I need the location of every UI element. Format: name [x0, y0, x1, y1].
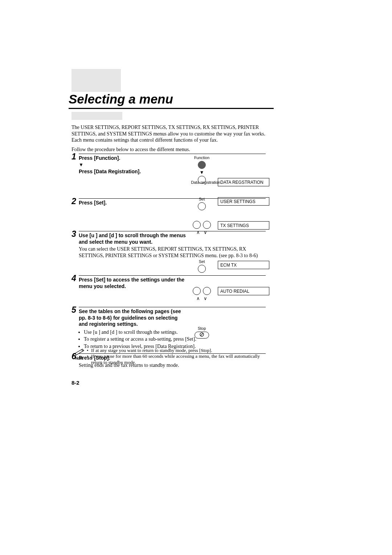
- step-rule: [79, 154, 266, 154]
- intro-text: The USER SETTINGS, REPORT SETTINGS, TX S…: [72, 124, 269, 155]
- step-body: Press [Function]. ▼ Press [Data Registra…: [79, 153, 266, 175]
- step-bullets: Use [u ] and [d ] to scroll through the …: [79, 329, 266, 350]
- display-box: USER SETTINGS: [218, 197, 269, 206]
- function-button-icon: [198, 161, 206, 169]
- page-number: 8-2: [72, 380, 79, 386]
- note-item: •If you pause for more than 60 seconds w…: [87, 353, 268, 365]
- step-rule: [79, 231, 266, 231]
- step-5: 5 See the tables on the following pages …: [72, 306, 266, 346]
- scroll-buttons-diagram-2: ∧ ∨: [188, 287, 216, 301]
- set-button-diagram-2: Set: [191, 259, 213, 273]
- title-rule: [69, 108, 274, 109]
- display-box: ECM TX: [218, 261, 269, 269]
- step-number: 5: [72, 306, 79, 314]
- stop-button-diagram: Stop: [191, 326, 213, 339]
- scroll-buttons-diagram: ∧ ∨: [188, 221, 216, 235]
- down-arrow-icon: ▼: [79, 162, 266, 167]
- step-title: Press [Set].: [79, 200, 188, 206]
- intro-paragraph-2: Follow the procedure below to access the…: [72, 146, 269, 153]
- pencil-note-icon: [73, 348, 85, 356]
- note-item: •If at any stage you want to return to s…: [87, 348, 268, 353]
- data-registration-button-label: Data registration: [182, 180, 220, 185]
- step-number: 3: [72, 230, 79, 238]
- set-button-label: Set: [191, 197, 213, 201]
- set-button-label: Set: [191, 259, 213, 264]
- step-rule: [79, 307, 266, 307]
- step-title: Press [Set] to access the settings under…: [79, 277, 188, 289]
- note-block: Note •If at any stage you want to return…: [72, 348, 268, 365]
- scroll-up-button-icon: [193, 221, 201, 229]
- step-bullet: To register a setting or access a sub-se…: [84, 336, 266, 343]
- set-button-icon: [198, 265, 206, 273]
- note-item-text: If at any stage you want to return to st…: [91, 348, 212, 353]
- subheader-gray-block: [72, 112, 122, 120]
- scroll-arrows-icon: ∧ ∨: [188, 230, 216, 235]
- step-body: Use [u ] and [d ] to scroll through the …: [79, 230, 266, 259]
- stop-symbol-icon: [199, 332, 204, 337]
- svg-line-1: [201, 333, 203, 336]
- step-title: Press [Function].: [79, 155, 188, 162]
- page: Selecting a menu The USER SETTINGS, REPO…: [0, 0, 392, 555]
- step-title: Use [u ] and [d ] to scroll through the …: [79, 232, 188, 245]
- step-title-2: Press [Data Registration].: [79, 169, 188, 175]
- step-rule: [79, 275, 266, 276]
- stop-button-label: Stop: [191, 326, 213, 331]
- function-button-label: Function: [191, 155, 213, 160]
- step-number: 2: [72, 197, 79, 206]
- step-number: 1: [72, 153, 79, 161]
- page-title: Selecting a menu: [69, 92, 282, 106]
- step-bullet: Use [u ] and [d ] to scroll through the …: [84, 329, 266, 336]
- data-registration-label-group: Data registration: [182, 178, 220, 186]
- stop-button-icon: [195, 332, 209, 339]
- step-number: 4: [72, 274, 79, 283]
- svg-marker-2: [74, 349, 84, 356]
- display-box: DATA REGSTRATION: [218, 178, 269, 186]
- down-arrow-icon: ▼: [191, 170, 213, 175]
- set-button-diagram: Set: [191, 197, 213, 210]
- display-box: AUTO REDIAL: [218, 287, 269, 295]
- step-title: See the tables on the following pages (s…: [79, 308, 188, 328]
- svg-line-3: [82, 350, 83, 351]
- display-box: TX SETTINGS: [218, 221, 269, 230]
- intro-paragraph-1: The USER SETTINGS, REPORT SETTINGS, TX S…: [72, 124, 269, 143]
- header-gray-block: [72, 69, 121, 92]
- note-icon: Note: [72, 348, 87, 365]
- set-button-icon: [198, 202, 206, 210]
- note-item-text: If you pause for more than 60 seconds wh…: [91, 353, 268, 365]
- note-items: •If at any stage you want to return to s…: [87, 348, 268, 365]
- scroll-up-button-icon: [193, 287, 201, 295]
- scroll-arrows-icon: ∧ ∨: [188, 296, 216, 301]
- scroll-down-button-icon: [203, 287, 211, 295]
- title-area: Selecting a menu: [69, 92, 282, 109]
- step-body: See the tables on the following pages (s…: [79, 306, 266, 350]
- scroll-down-button-icon: [203, 221, 211, 229]
- step-text: You can select the USER SETTINGS, REPORT…: [79, 246, 266, 259]
- note-label: Note: [72, 356, 87, 360]
